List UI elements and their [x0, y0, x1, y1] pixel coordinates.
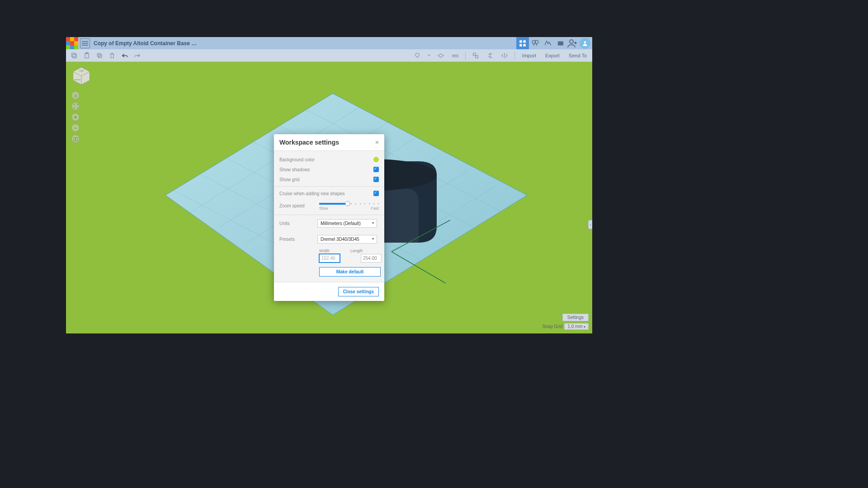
import-button[interactable]: Import	[519, 53, 540, 58]
visibility-dropdown-icon[interactable]	[426, 50, 432, 61]
export-button[interactable]: Export	[542, 53, 563, 58]
length-label: Length	[350, 249, 363, 253]
bricks-icon[interactable]	[529, 37, 542, 49]
width-input[interactable]	[319, 254, 340, 263]
show-grid-label: Show grid	[279, 177, 373, 182]
zoom-slow-label: Slow	[319, 206, 328, 211]
svg-point-6	[570, 40, 573, 43]
show-shadows-checkbox[interactable]	[373, 167, 379, 172]
svg-text:FRONT: FRONT	[74, 79, 81, 81]
svg-text:TOP: TOP	[79, 70, 84, 72]
design-list-icon[interactable]	[80, 38, 90, 48]
fit-view-icon[interactable]: ⛶	[71, 102, 80, 110]
snap-grid-label: Snap Grid	[542, 324, 562, 329]
home-view-icon[interactable]: ⌂	[71, 91, 80, 99]
delete-icon[interactable]	[107, 50, 118, 61]
make-default-button[interactable]: Make default	[319, 267, 381, 277]
view-cube[interactable]: TOP FRONT	[71, 66, 92, 87]
zoom-speed-label: Zoom speed	[279, 203, 319, 208]
svg-rect-16	[473, 53, 476, 55]
dialog-title: Workspace settings	[279, 139, 339, 146]
align-icon[interactable]	[485, 50, 495, 61]
svg-rect-1	[524, 40, 526, 42]
svg-point-14	[415, 53, 419, 56]
show-grid-checkbox[interactable]	[373, 177, 379, 182]
edit-grid-button[interactable]: Settings	[562, 314, 589, 321]
undo-icon[interactable]	[119, 50, 130, 61]
workspace-settings-dialog: Workspace settings × Background color Sh…	[274, 134, 384, 301]
cruise-checkbox[interactable]	[373, 191, 379, 196]
visibility-icon[interactable]	[412, 50, 423, 61]
bg-color-swatch[interactable]	[373, 157, 379, 162]
bg-color-label: Background color	[279, 157, 373, 162]
zoom-out-icon[interactable]: −	[71, 124, 80, 132]
top-bar: Copy of Empty Altoid Container Base …	[66, 37, 592, 49]
3d-canvas[interactable]: TOP FRONT ⌂ ⛶ + − ◫	[66, 62, 592, 333]
redo-icon[interactable]	[132, 50, 143, 61]
user-avatar[interactable]	[580, 38, 590, 49]
blocks-icon[interactable]	[542, 37, 554, 49]
mirror-icon[interactable]	[499, 50, 510, 61]
gallery-icon[interactable]	[554, 37, 567, 49]
zoom-fast-label: Fast	[371, 206, 379, 211]
snap-grid-select[interactable]: 1.0 mm	[564, 323, 589, 330]
grid-view-icon[interactable]	[516, 37, 529, 49]
side-panel-toggle[interactable]: ‹	[588, 220, 592, 229]
group-icon[interactable]	[470, 50, 481, 61]
svg-rect-0	[519, 40, 522, 42]
duplicate-icon[interactable]	[94, 50, 105, 61]
copy-icon[interactable]	[69, 50, 80, 61]
workplane-tool-icon[interactable]	[435, 50, 446, 61]
svg-rect-3	[524, 44, 526, 46]
svg-point-7	[584, 41, 586, 43]
document-title[interactable]: Copy of Empty Altoid Container Base …	[94, 40, 197, 47]
ortho-view-icon[interactable]: ◫	[71, 135, 80, 143]
invite-icon[interactable]	[567, 38, 578, 49]
svg-rect-8	[73, 54, 76, 58]
units-select[interactable]: Millimeters (Default)	[317, 219, 377, 228]
units-label: Units	[279, 221, 317, 226]
presets-select[interactable]: Dremel 3D40/3D45	[317, 235, 377, 244]
svg-rect-2	[519, 44, 522, 46]
show-shadows-label: Show shadows	[279, 167, 373, 172]
ruler-tool-icon[interactable]	[450, 50, 461, 61]
send-to-button[interactable]: Send To	[565, 53, 590, 58]
app-logo[interactable]	[66, 37, 78, 49]
length-input[interactable]	[361, 254, 382, 263]
close-icon[interactable]: ×	[375, 139, 379, 146]
cruise-label: Cruise when adding new shapes	[279, 191, 373, 196]
svg-rect-9	[72, 53, 75, 56]
width-label: Width	[319, 249, 330, 253]
presets-label: Presets	[279, 237, 317, 242]
svg-rect-17	[476, 56, 478, 58]
zoom-in-icon[interactable]: +	[71, 113, 80, 121]
action-toolbar: Import Export Send To	[66, 49, 592, 62]
zoom-speed-slider[interactable]	[319, 203, 379, 204]
close-settings-button[interactable]: Close settings	[338, 287, 379, 296]
paste-icon[interactable]	[81, 50, 92, 61]
